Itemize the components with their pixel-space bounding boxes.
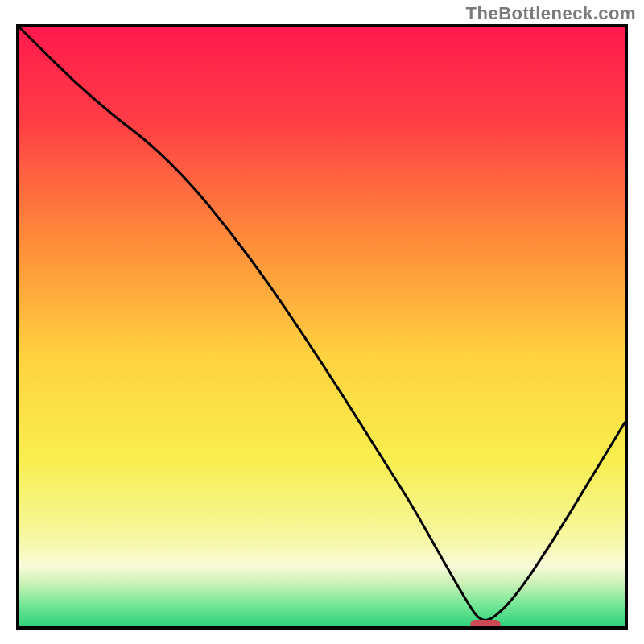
chart-background bbox=[19, 27, 625, 626]
watermark-text: TheBottleneck.com bbox=[466, 3, 636, 24]
plot-area bbox=[16, 24, 628, 630]
chart-svg bbox=[19, 27, 625, 626]
optimal-point-marker bbox=[470, 620, 501, 626]
chart-container: TheBottleneck.com bbox=[0, 0, 644, 644]
